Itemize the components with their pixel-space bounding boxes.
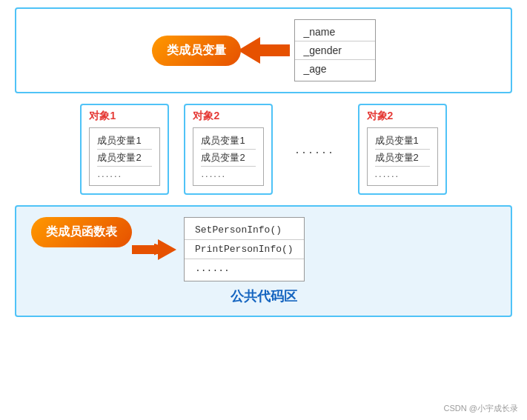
object-row-dots: ...... bbox=[97, 167, 152, 181]
bottom-section: 类成员函数表 SetPersonInfo() PrintPersonInfo()… bbox=[15, 205, 512, 317]
object-row: 成员变量2 bbox=[97, 150, 152, 167]
object-row-dots: ...... bbox=[375, 167, 430, 181]
functions-box: SetPersonInfo() PrintPersonInfo() ...... bbox=[184, 217, 305, 281]
class-member-func-label: 类成员函数表 bbox=[31, 217, 132, 247]
object-box-3: 对象2 成员变量1 成员变量2 ...... bbox=[358, 104, 447, 195]
fields-box: _name _gender _age bbox=[294, 19, 376, 81]
function-set: SetPersonInfo() bbox=[185, 221, 304, 240]
object-row-dots: ...... bbox=[201, 167, 256, 181]
main-container: 类成员变量 _name _gender _age 对象1 成员变量1 bbox=[0, 0, 527, 420]
top-section: 类成员变量 _name _gender _age bbox=[15, 7, 512, 93]
bottom-inner: 类成员函数表 SetPersonInfo() PrintPersonInfo()… bbox=[31, 217, 305, 281]
arrow-container bbox=[238, 36, 297, 65]
function-print: PrintPersonInfo() bbox=[185, 240, 304, 259]
object-title-2: 对象2 bbox=[193, 110, 264, 123]
object-inner-3: 成员变量1 成员变量2 ...... bbox=[367, 127, 438, 186]
object-title-3: 对象2 bbox=[367, 110, 438, 123]
object-inner-2: 成员变量1 成员变量2 ...... bbox=[193, 127, 264, 186]
svg-marker-1 bbox=[238, 37, 290, 64]
object-row: 成员变量2 bbox=[375, 150, 430, 167]
ellipsis-separator: ...... bbox=[288, 141, 342, 157]
field-gender: _gender bbox=[295, 41, 375, 60]
object-title-1: 对象1 bbox=[89, 110, 160, 123]
middle-section: 对象1 成员变量1 成员变量2 ...... 对象2 成员变量1 成员变量2 .… bbox=[15, 104, 512, 195]
public-code-label: 公共代码区 bbox=[31, 287, 496, 305]
class-member-var-label: 类成员变量 bbox=[152, 36, 241, 66]
field-name: _name bbox=[295, 23, 375, 41]
object-box-1: 对象1 成员变量1 成员变量2 ...... bbox=[80, 104, 169, 195]
arrow-right-svg bbox=[132, 238, 176, 261]
object-row: 成员变量1 bbox=[97, 133, 152, 150]
svg-marker-2 bbox=[132, 239, 176, 260]
object-inner-1: 成员变量1 成员变量2 ...... bbox=[89, 127, 160, 186]
arrow-right-icon bbox=[132, 238, 176, 261]
object-row: 成员变量2 bbox=[201, 150, 256, 167]
field-age: _age bbox=[295, 60, 375, 78]
watermark: CSDN @小宇成长录 bbox=[444, 403, 518, 414]
object-row: 成员变量1 bbox=[201, 133, 256, 150]
function-dots: ...... bbox=[185, 259, 304, 278]
object-box-2: 对象2 成员变量1 成员变量2 ...... bbox=[184, 104, 273, 195]
arrow-icon bbox=[238, 36, 297, 65]
object-row: 成员变量1 bbox=[375, 133, 430, 150]
